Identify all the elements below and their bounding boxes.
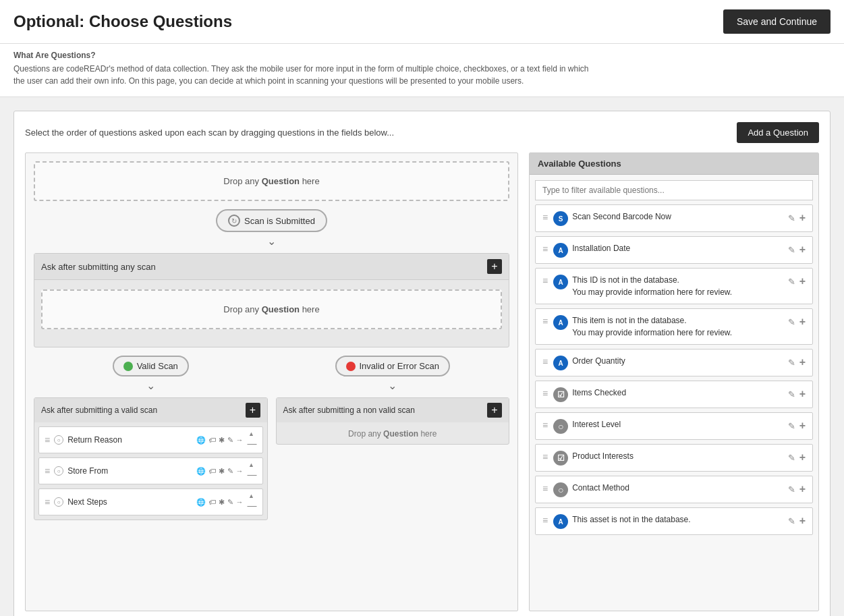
available-questions-header: Available Questions: [530, 153, 818, 175]
drag-handle[interactable]: ≡: [45, 497, 50, 507]
description-section: What Are Questions? Questions are codeRE…: [0, 44, 844, 97]
avail-icon-contact: ○: [553, 482, 568, 497]
avail-item-id-not-in-db: ≡ A This ID is not in the database.You m…: [535, 268, 813, 304]
q-icon: ○: [54, 435, 63, 445]
add-icon-asset[interactable]: +: [799, 515, 806, 527]
avail-drag-handle[interactable]: ≡: [542, 244, 548, 254]
pencil-icon: ✎: [227, 467, 233, 476]
avail-item-interest-level: ≡ ○ Interest Level ✎ +: [535, 412, 813, 440]
avail-name-checked: Items Checked: [572, 387, 782, 399]
add-icon-contact[interactable]: +: [799, 483, 806, 495]
scan-submitted-badge: ↻ Scan is Submitted: [216, 209, 327, 232]
edit-icon-asset[interactable]: ✎: [788, 516, 795, 526]
up-arrow[interactable]: ▲: [248, 431, 254, 437]
edit-icon-checked[interactable]: ✎: [788, 389, 795, 399]
edit-icon-interest[interactable]: ✎: [788, 421, 795, 431]
asterisk-icon: ✱: [219, 467, 225, 476]
add-icon-interest[interactable]: +: [799, 420, 806, 432]
add-icon-item[interactable]: +: [799, 316, 806, 328]
ask-any-add-button[interactable]: +: [487, 259, 502, 274]
drop-text-post: here: [300, 176, 320, 186]
avail-item-order-qty: ≡ A Order Quantity ✎ +: [535, 349, 813, 376]
add-icon-scan[interactable]: +: [799, 212, 806, 224]
invalid-label: Invalid or Error Scan: [360, 361, 440, 371]
invalid-badge: Invalid or Error Scan: [335, 356, 451, 376]
edit-icon-contact[interactable]: ✎: [788, 484, 795, 495]
avail-drag-handle[interactable]: ≡: [542, 483, 548, 494]
avail-drag-handle[interactable]: ≡: [542, 316, 548, 327]
ask-non-valid-header: Ask after submitting a non valid scan +: [277, 398, 509, 422]
ask-non-valid-label: Ask after submitting a non valid scan: [283, 405, 415, 415]
avail-item-product-interests: ≡ ☑ Product Interests ✎ +: [535, 444, 813, 472]
non-valid-drop-zone: Drop any Question here: [277, 422, 509, 444]
drag-handle[interactable]: ≡: [45, 466, 50, 476]
add-icon-qty[interactable]: +: [799, 356, 806, 368]
avail-icon-interest: ○: [553, 419, 568, 434]
avail-drag-handle[interactable]: ≡: [542, 275, 548, 286]
avail-drag-handle[interactable]: ≡: [542, 515, 548, 526]
chevron-down-1: ⌄: [34, 235, 509, 248]
q-name: Store From: [67, 466, 108, 476]
avail-drag-handle[interactable]: ≡: [542, 420, 548, 430]
remove-button[interactable]: —: [248, 438, 257, 449]
avail-drag-handle[interactable]: ≡: [542, 451, 548, 462]
valid-badge: Valid Scan: [113, 356, 189, 376]
invalid-col: Invalid or Error Scan ⌄ Ask after submit…: [276, 356, 510, 520]
question-item-return-reason: ≡ ○ Return Reason 🌐 🏷 ✱ ✎: [38, 426, 263, 453]
edit-icon-scan[interactable]: ✎: [788, 213, 795, 223]
tag-icon: 🏷: [208, 467, 216, 475]
chevron-down-valid: ⌄: [34, 379, 268, 392]
add-icon-checked[interactable]: +: [799, 388, 806, 400]
avail-item-scan-second: ≡ S Scan Second Barcode Now ✎ +: [535, 204, 813, 232]
avail-name-id: This ID is not in the database.You may p…: [572, 274, 782, 298]
avail-name-inst: Installation Date: [572, 242, 782, 254]
q-icon: ○: [54, 466, 63, 476]
add-icon-inst[interactable]: +: [799, 244, 806, 256]
remove-button[interactable]: —: [248, 469, 257, 480]
edit-icon-inst[interactable]: ✎: [788, 245, 795, 255]
valid-col: Valid Scan ⌄ Ask after submitting a vali…: [34, 356, 268, 520]
what-label: What Are Questions?: [13, 51, 831, 60]
ask-non-valid-add-button[interactable]: +: [487, 403, 502, 418]
avail-icon-checked: ☑: [553, 387, 568, 402]
avail-icon-id: A: [553, 275, 568, 289]
avail-item-item-not-in-db: ≡ A This item is not in the database.You…: [535, 308, 813, 345]
arrow-icon: →: [236, 498, 244, 506]
drag-handle[interactable]: ≡: [45, 435, 50, 445]
left-scroll-container[interactable]: Drop any Question here ↻ Scan is Submitt…: [25, 152, 518, 611]
edit-icon-qty[interactable]: ✎: [788, 358, 795, 368]
edit-icon-prod[interactable]: ✎: [788, 453, 795, 463]
right-scroll-container[interactable]: Available Questions ≡ S Scan Second Barc…: [529, 152, 819, 611]
add-question-button[interactable]: Add a Question: [737, 122, 819, 143]
tag-icon: 🏷: [208, 436, 216, 444]
up-arrow[interactable]: ▲: [248, 493, 254, 499]
remove-button[interactable]: —: [248, 500, 257, 511]
avail-icon-prod: ☑: [553, 451, 568, 466]
avail-name-scan: Scan Second Barcode Now: [572, 211, 782, 223]
ask-valid-add-button[interactable]: +: [246, 403, 260, 418]
question-item-store-from: ≡ ○ Store From 🌐 🏷 ✱ ✎: [38, 457, 263, 484]
instruction-text: Select the order of questions asked upon…: [25, 128, 394, 138]
invalid-badge-row: Invalid or Error Scan: [276, 356, 510, 376]
filter-input[interactable]: [535, 180, 813, 200]
add-icon-prod[interactable]: +: [799, 451, 806, 464]
avail-name-contact: Contact Method: [572, 482, 782, 494]
save-continue-top-button[interactable]: Save and Continue: [723, 9, 831, 34]
up-arrow[interactable]: ▲: [248, 462, 254, 468]
arrow-icon: →: [236, 467, 244, 475]
q-name: Next Steps: [67, 497, 107, 507]
valid-badge-row: Valid Scan: [34, 356, 268, 376]
left-panel: Drop any Question here ↻ Scan is Submitt…: [25, 152, 518, 611]
edit-icon-item[interactable]: ✎: [788, 317, 795, 327]
add-icon-id[interactable]: +: [799, 275, 806, 287]
avail-drag-handle[interactable]: ≡: [542, 356, 548, 367]
avail-icon-item: A: [553, 315, 568, 330]
edit-icon-id[interactable]: ✎: [788, 277, 795, 287]
avail-name-prod: Product Interests: [572, 450, 782, 462]
avail-drag-handle[interactable]: ≡: [542, 212, 548, 223]
asterisk-icon: ✱: [219, 498, 225, 507]
avail-drag-handle[interactable]: ≡: [542, 388, 548, 399]
ask-valid-header: Ask after submitting a valid scan +: [34, 398, 267, 422]
page-title: Optional: Choose Questions: [13, 12, 232, 31]
chevron-down-invalid: ⌄: [276, 379, 510, 392]
